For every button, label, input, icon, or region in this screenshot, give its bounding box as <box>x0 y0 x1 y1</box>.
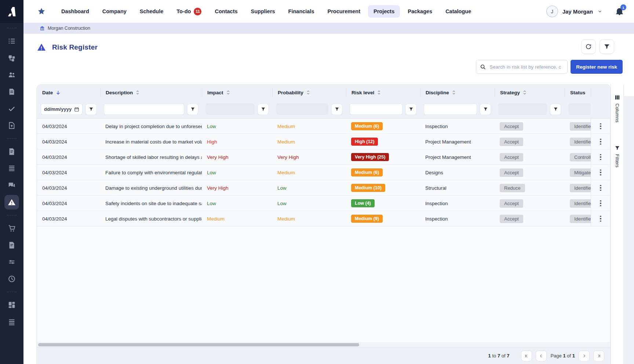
next-page-button[interactable] <box>579 350 590 361</box>
scrollbar-thumb[interactable] <box>38 343 359 346</box>
column-header-date[interactable]: Date <box>37 88 100 97</box>
sidebar-divider <box>7 292 17 292</box>
favorites-star-icon[interactable] <box>37 7 45 15</box>
nav-item-to-do[interactable]: To-do11 <box>171 4 207 19</box>
sidebar-item-risk-register[interactable] <box>4 195 19 210</box>
nav-item-packages[interactable]: Packages <box>402 5 438 18</box>
nav-item-projects[interactable]: Projects <box>368 5 400 18</box>
row-menu-button[interactable] <box>591 180 610 196</box>
sidebar-item-document-2[interactable] <box>8 241 16 249</box>
sidebar-item-document-alt[interactable] <box>8 148 16 156</box>
sidebar-item-history[interactable] <box>8 275 16 283</box>
avatar[interactable]: J <box>546 6 558 17</box>
row-menu-button[interactable] <box>591 119 610 134</box>
cell-strategy: Accept <box>495 168 565 177</box>
column-header-discipline[interactable]: Discipline <box>420 88 495 97</box>
sort-icon <box>306 90 310 95</box>
refresh-icon <box>585 43 592 50</box>
user-name[interactable]: Jay Morgan <box>562 8 593 15</box>
sidebar-item-chat[interactable] <box>8 181 16 189</box>
column-header-status[interactable]: Status <box>565 88 591 97</box>
row-menu-button[interactable] <box>591 196 610 211</box>
table-row: 04/03/2024Legal disputes with subcontrac… <box>37 211 610 226</box>
sort-icon <box>522 90 527 95</box>
discipline-filter-input[interactable] <box>424 103 477 115</box>
sidebar-item-file-upload[interactable] <box>8 121 16 130</box>
tab-columns[interactable]: Columns <box>615 95 620 123</box>
probability-filter-input[interactable] <box>276 103 328 115</box>
sidebar-item-tasks[interactable] <box>8 105 16 113</box>
row-menu-button[interactable] <box>591 134 610 149</box>
sidebar-item-rows[interactable] <box>8 164 16 172</box>
cell-impact: Low <box>202 124 272 129</box>
row-menu-button[interactable] <box>591 211 610 226</box>
column-header-probability[interactable]: Probability <box>272 88 346 97</box>
row-menu-button[interactable] <box>591 165 610 180</box>
discipline-filter-button[interactable] <box>480 104 491 115</box>
nav-item-schedule[interactable]: Schedule <box>134 5 169 18</box>
probability-filter-button[interactable] <box>331 104 342 115</box>
nav-item-catalogue[interactable]: Catalogue <box>440 5 477 18</box>
row-menu-button[interactable] <box>591 149 610 165</box>
cell-probability: Low <box>272 185 346 191</box>
impact-filter-button[interactable] <box>258 104 269 115</box>
cell-risk-level: Medium (9) <box>346 215 420 223</box>
risk-level-badge: Medium (10) <box>351 184 385 192</box>
nav-item-financials[interactable]: Financials <box>283 5 320 18</box>
cell-description: Safety incidents on site due to inadequa… <box>100 201 202 206</box>
refresh-button[interactable] <box>581 39 596 54</box>
first-page-button[interactable] <box>521 350 532 361</box>
status-filter-input[interactable] <box>568 103 591 115</box>
description-filter-input[interactable] <box>104 103 184 115</box>
cell-impact: Very High <box>202 185 272 191</box>
sidebar-item-hierarchy[interactable] <box>8 54 16 62</box>
column-header-risk-level[interactable]: Risk level <box>346 88 420 97</box>
strategy-filter-button[interactable] <box>550 104 561 115</box>
breadcrumb[interactable]: Morgan Construction <box>23 23 634 34</box>
last-page-button[interactable] <box>593 350 604 361</box>
horizontal-scrollbar[interactable] <box>37 342 610 347</box>
sidebar-item-document[interactable] <box>8 88 16 96</box>
tab-filters[interactable]: Filters <box>615 145 620 168</box>
nav-item-contacts[interactable]: Contacts <box>209 5 243 18</box>
pagination-range: 1 to 7 of 7 <box>488 353 510 358</box>
nav-item-suppliers[interactable]: Suppliers <box>245 5 281 18</box>
app-logo[interactable] <box>0 0 23 23</box>
risk-level-filter-input[interactable] <box>350 103 402 115</box>
search-input[interactable] <box>489 64 564 70</box>
filter-funnel-icon <box>261 107 266 112</box>
notification-badge: 1 <box>620 4 626 10</box>
table-row: 04/03/2024Failure to comply with environ… <box>37 165 610 180</box>
column-header-impact[interactable]: Impact <box>202 88 272 97</box>
cell-impact: Medium <box>202 216 272 222</box>
sidebar-item-dashboard-grid[interactable] <box>8 301 16 309</box>
sidebar-item-cart[interactable] <box>8 224 16 232</box>
nav-item-dashboard[interactable]: Dashboard <box>56 5 95 18</box>
nav-item-company[interactable]: Company <box>97 5 132 18</box>
cell-status: Controll <box>565 153 591 161</box>
date-filter-button[interactable] <box>85 104 96 115</box>
strategy-filter-input[interactable] <box>498 103 547 115</box>
sidebar-item-sliders[interactable] <box>8 258 16 266</box>
table-row: 04/03/2024Increase in material costs due… <box>37 134 610 149</box>
risk-level-badge: Medium (6) <box>351 168 383 176</box>
cell-strategy: Accept <box>495 215 565 223</box>
register-new-risk-button[interactable]: Register new risk <box>571 60 623 74</box>
filter-toggle-button[interactable] <box>600 39 614 54</box>
nav-item-procurement[interactable]: Procurement <box>322 5 366 18</box>
strategy-badge: Accept <box>500 138 523 146</box>
sidebar-item-list[interactable] <box>8 37 16 45</box>
column-header-description[interactable]: Description <box>100 88 202 97</box>
previous-page-button[interactable] <box>536 350 547 361</box>
sidebar-item-people[interactable] <box>8 71 16 79</box>
cell-date: 04/03/2024 <box>37 185 100 191</box>
sidebar-item-menu[interactable] <box>8 318 16 326</box>
strategy-badge: Accept <box>500 215 523 223</box>
description-filter-button[interactable] <box>187 104 198 115</box>
impact-filter-input[interactable] <box>205 103 255 115</box>
column-header-strategy[interactable]: Strategy <box>495 88 565 97</box>
chevron-down-icon[interactable] <box>597 9 602 14</box>
notifications-button[interactable]: 1 <box>615 7 624 16</box>
risk-level-filter-button[interactable] <box>405 104 416 115</box>
date-filter-input[interactable]: dd/mm/yyyy <box>41 103 83 115</box>
